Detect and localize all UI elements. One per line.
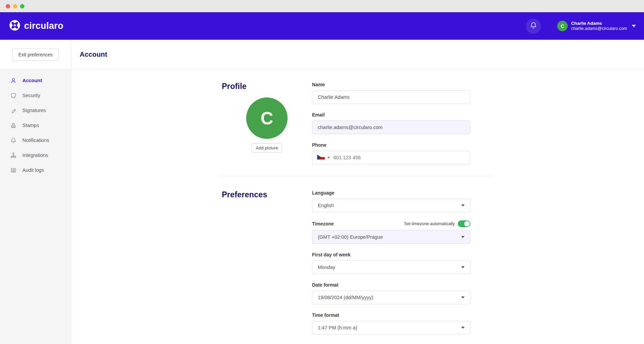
section-divider xyxy=(222,176,494,176)
sidebar-item-label: Stamps xyxy=(22,123,39,128)
bell-icon xyxy=(10,137,17,144)
phone-input[interactable] xyxy=(333,155,470,160)
profile-section: Profile C Add picture Name Email xyxy=(222,82,644,164)
user-icon xyxy=(10,77,17,84)
sidebar-item-account[interactable]: Account xyxy=(0,73,71,88)
chevron-down-icon xyxy=(461,266,465,268)
time-format-label: Time format xyxy=(312,312,339,318)
main-panel: Account Profile C Add picture Name xyxy=(71,40,644,344)
language-select[interactable]: English xyxy=(312,199,470,212)
timezone-select[interactable]: (GMT +02:00) Europe/Prague xyxy=(312,230,470,244)
language-label: Language xyxy=(312,190,334,196)
app-header: circularo C Charlie Adams charlie.adams@… xyxy=(0,12,644,40)
date-format-value: 19/08/2024 (dd/MM/yyyy) xyxy=(318,295,373,300)
user-menu[interactable]: C Charlie Adams charlie.adams@circularo.… xyxy=(557,21,636,32)
brand-logo[interactable]: circularo xyxy=(9,19,63,33)
page-title: Account xyxy=(80,51,107,58)
brand-name: circularo xyxy=(24,21,63,31)
timezone-label: Timezone xyxy=(312,221,334,227)
pen-icon xyxy=(10,107,17,114)
add-picture-button[interactable]: Add picture xyxy=(252,143,282,152)
chevron-down-icon xyxy=(461,327,465,329)
stamp-icon xyxy=(10,122,17,129)
sidebar-item-integrations[interactable]: Integrations xyxy=(0,148,71,163)
bell-icon xyxy=(530,22,537,31)
time-format-select[interactable]: 1:47 PM (h:mm a) xyxy=(312,321,470,334)
first-day-value: Monday xyxy=(318,265,335,270)
preferences-section: Preferences Language English xyxy=(222,190,644,334)
account-content: Profile C Add picture Name Email xyxy=(71,70,644,344)
phone-label: Phone xyxy=(312,142,470,148)
notifications-button[interactable] xyxy=(526,19,541,34)
sidebar-item-stamps[interactable]: Stamps xyxy=(0,118,71,133)
zoom-window-button[interactable] xyxy=(20,4,24,8)
time-format-value: 1:47 PM (h:mm a) xyxy=(318,325,357,330)
sidebar-item-label: Account xyxy=(22,78,42,83)
chevron-down-icon xyxy=(461,204,465,206)
profile-avatar: C xyxy=(246,97,288,139)
page-title-row: Account xyxy=(71,40,644,70)
country-code-selector[interactable] xyxy=(312,155,333,161)
phone-field xyxy=(312,151,470,164)
user-name: Charlie Adams xyxy=(571,21,627,26)
sidebar-nav: Account Security Signatures xyxy=(0,70,71,178)
sidebar-item-notifications[interactable]: Notifications xyxy=(0,133,71,148)
chevron-down-icon xyxy=(461,236,465,238)
circularo-logo-icon xyxy=(9,19,21,33)
sidebar-item-label: Security xyxy=(22,93,40,98)
czech-flag-icon xyxy=(317,155,325,161)
window-titlebar xyxy=(0,0,644,12)
date-format-label: Date format xyxy=(312,282,338,288)
user-email: charlie.adams@circularo.com xyxy=(571,26,627,32)
language-value: English xyxy=(318,203,334,208)
chevron-down-icon xyxy=(327,157,330,159)
timezone-value: (GMT +02:00) Europe/Prague xyxy=(318,234,383,240)
sidebar-item-audit-logs[interactable]: Audit logs xyxy=(0,163,71,178)
sidebar-item-label: Audit logs xyxy=(22,167,44,173)
toggle-knob xyxy=(464,221,470,227)
minimize-window-button[interactable] xyxy=(13,4,17,8)
chevron-down-icon xyxy=(461,296,465,298)
email-label: Email xyxy=(312,112,470,117)
preferences-sidebar: Exit preferences Account Security xyxy=(0,40,71,344)
list-icon xyxy=(10,167,17,174)
email-field[interactable] xyxy=(312,121,470,134)
exit-preferences-button[interactable]: Exit preferences xyxy=(12,49,59,61)
sidebar-item-signatures[interactable]: Signatures xyxy=(0,103,71,118)
chevron-down-icon xyxy=(632,25,636,27)
date-format-select[interactable]: 19/08/2024 (dd/MM/yyyy) xyxy=(312,291,470,304)
preferences-heading: Preferences xyxy=(222,190,312,199)
auto-timezone-label: Set timezone automatically xyxy=(404,221,455,226)
user-avatar: C xyxy=(557,21,568,31)
integrations-icon xyxy=(10,152,17,159)
close-window-button[interactable] xyxy=(6,4,10,8)
sidebar-item-label: Integrations xyxy=(22,152,48,158)
sidebar-item-label: Notifications xyxy=(22,138,49,143)
name-label: Name xyxy=(312,82,470,87)
name-field[interactable] xyxy=(312,90,470,104)
auto-timezone-toggle[interactable] xyxy=(458,220,470,227)
shield-icon xyxy=(10,92,17,99)
sidebar-item-label: Signatures xyxy=(22,108,46,113)
profile-heading: Profile xyxy=(222,82,312,91)
sidebar-item-security[interactable]: Security xyxy=(0,88,71,103)
first-day-label: First day of week xyxy=(312,252,351,257)
first-day-select[interactable]: Monday xyxy=(312,260,470,274)
